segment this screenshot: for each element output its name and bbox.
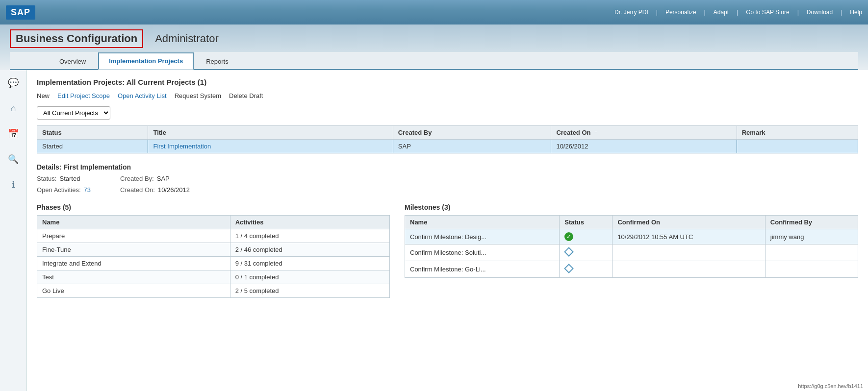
col-header-status: Status: [37, 126, 148, 140]
top-nav-sap-store[interactable]: Go to SAP Store: [746, 9, 790, 16]
sap-logo: SAP: [6, 5, 35, 20]
status-label: Status:: [37, 175, 56, 182]
col-header-created-on: Created On ≡: [551, 126, 737, 140]
edit-project-scope-button[interactable]: Edit Project Scope: [57, 92, 110, 99]
phases-title: Phases (5): [37, 203, 390, 211]
milestone-row: Confirm Milestone: Desig... ✓ 10/29/2012…: [405, 229, 858, 244]
milestones-col-status: Status: [560, 216, 613, 229]
content-area: Implementation Projects: All Current Pro…: [27, 70, 868, 391]
details-grid: Status: Started Open Activities: 73 Crea…: [37, 175, 858, 194]
toolbar: New Edit Project Scope Open Activity Lis…: [37, 90, 858, 101]
phase-activities: 2 / 5 completed: [230, 284, 389, 298]
open-activities-value[interactable]: 73: [84, 186, 91, 194]
created-by-label: Created By:: [120, 175, 154, 182]
detail-created-on-label: Created On:: [120, 186, 155, 194]
details-section: Details: First Implementation Status: St…: [37, 163, 858, 194]
phase-activities: 9 / 31 completed: [230, 257, 389, 270]
bottom-grid: Phases (5) Name Activities Prepare 1 / 4…: [37, 203, 858, 298]
milestone-confirmed-by: [765, 261, 858, 278]
status-value: Started: [59, 175, 80, 182]
detail-created-on-value: 10/26/2012: [158, 186, 190, 194]
milestone-confirmed-by: [765, 244, 858, 261]
sort-icon[interactable]: ≡: [594, 130, 597, 136]
phase-name: Prepare: [37, 229, 230, 243]
search-icon[interactable]: 🔍: [5, 151, 21, 167]
phase-row: Integrate and Extend 9 / 31 completed: [37, 257, 390, 270]
tab-overview[interactable]: Overview: [49, 53, 96, 70]
main-wrapper: 💬 ⌂ 📅 🔍 ℹ Implementation Projects: All C…: [0, 70, 868, 391]
project-link[interactable]: First Implementation: [153, 143, 211, 150]
info-icon[interactable]: ℹ: [5, 177, 21, 193]
cell-created-on: 10/26/2012: [551, 140, 737, 153]
projects-table: Status Title Created By Created On ≡ Rem…: [37, 125, 858, 153]
top-bar: SAP Dr. Jerry PDI | Personalize | Adapt …: [0, 0, 868, 24]
milestones-title: Milestones (3): [405, 203, 858, 211]
milestone-confirmed-by: jimmy wang: [765, 229, 858, 244]
top-nav-adapt[interactable]: Adapt: [714, 9, 729, 16]
business-config-title: Business Configuration: [10, 29, 143, 48]
phase-activities: 2 / 46 completed: [230, 243, 389, 257]
detail-open-activities-row: Open Activities: 73: [37, 186, 91, 194]
phase-name: Fine-Tune: [37, 243, 230, 257]
phase-row: Test 0 / 1 completed: [37, 270, 390, 284]
created-by-value: SAP: [157, 175, 170, 182]
milestone-status-confirmed: ✓: [564, 232, 573, 241]
cell-created-by: SAP: [393, 140, 551, 153]
cell-status: Started: [37, 140, 148, 153]
milestones-col-confirmed-on: Confirmed On: [613, 216, 765, 229]
detail-created-on-row: Created On: 10/26/2012: [120, 186, 190, 194]
phases-table: Name Activities Prepare 1 / 4 completed …: [37, 215, 390, 298]
milestone-name: Confirm Milestone: Go-Li...: [405, 261, 560, 278]
phases-section: Phases (5) Name Activities Prepare 1 / 4…: [37, 203, 390, 298]
milestone-confirmed-on: [613, 261, 765, 278]
delete-draft-button[interactable]: Delete Draft: [229, 92, 263, 99]
top-nav-personalize[interactable]: Personalize: [665, 9, 696, 16]
milestone-confirmed-on: [613, 244, 765, 261]
milestone-status: ✓: [560, 229, 613, 244]
request-system-button[interactable]: Request System: [175, 92, 221, 99]
home-icon[interactable]: ⌂: [5, 100, 21, 116]
phase-activities: 0 / 1 completed: [230, 270, 389, 284]
details-col-left: Status: Started Open Activities: 73: [37, 175, 91, 194]
top-nav-help[interactable]: Help: [850, 9, 862, 16]
milestones-col-name: Name: [405, 216, 560, 229]
open-activity-list-button[interactable]: Open Activity List: [118, 92, 167, 99]
left-sidebar: 💬 ⌂ 📅 🔍 ℹ: [0, 70, 27, 391]
phase-name: Integrate and Extend: [37, 257, 230, 270]
cell-remark: [737, 140, 858, 153]
milestones-col-confirmed-by: Confirmed By: [765, 216, 858, 229]
milestone-row: Confirm Milestone: Go-Li...: [405, 261, 858, 278]
top-navigation: Dr. Jerry PDI | Personalize | Adapt | Go…: [614, 9, 862, 16]
tab-implementation-projects[interactable]: Implementation Projects: [98, 52, 194, 70]
milestone-name: Confirm Milestone: Soluti...: [405, 244, 560, 261]
phases-col-activities: Activities: [230, 216, 389, 229]
milestones-section: Milestones (3) Name Status Confirmed On …: [405, 203, 858, 298]
milestone-row: Confirm Milestone: Soluti...: [405, 244, 858, 261]
phase-row: Prepare 1 / 4 completed: [37, 229, 390, 243]
details-col-right: Created By: SAP Created On: 10/26/2012: [120, 175, 190, 194]
filter-dropdown[interactable]: All Current ProjectsMy ProjectsAll Proje…: [37, 106, 110, 120]
footer: https://g0g.c5en.hev/b1411: [793, 381, 868, 391]
filter-dropdown-wrapper: All Current ProjectsMy ProjectsAll Proje…: [37, 106, 858, 120]
chat-icon[interactable]: 💬: [5, 75, 21, 91]
table-row[interactable]: Started First Implementation SAP 10/26/2…: [37, 140, 858, 153]
tab-reports[interactable]: Reports: [196, 53, 239, 70]
header-titles: Business Configuration Administrator: [10, 29, 858, 52]
phase-name: Test: [37, 270, 230, 284]
admin-title: Administrator: [155, 32, 219, 45]
tabs-bar: Overview Implementation Projects Reports: [10, 52, 858, 70]
detail-status-row: Status: Started: [37, 175, 91, 182]
new-button[interactable]: New: [37, 92, 50, 99]
milestone-status-diamond: [564, 264, 574, 273]
milestone-confirmed-on: 10/29/2012 10:55 AM UTC: [613, 229, 765, 244]
milestones-table: Name Status Confirmed On Confirmed By Co…: [405, 215, 858, 278]
col-header-created-by: Created By: [393, 126, 551, 140]
details-title: Details: First Implementation: [37, 163, 858, 171]
page-title: Implementation Projects: All Current Pro…: [37, 78, 858, 86]
milestone-status-diamond: [564, 247, 574, 257]
top-nav-download[interactable]: Download: [807, 9, 833, 16]
cell-title: First Implementation: [148, 140, 393, 153]
open-activities-label: Open Activities:: [37, 186, 81, 194]
top-nav-user: Dr. Jerry PDI: [614, 9, 648, 16]
calendar-icon[interactable]: 📅: [5, 126, 21, 142]
